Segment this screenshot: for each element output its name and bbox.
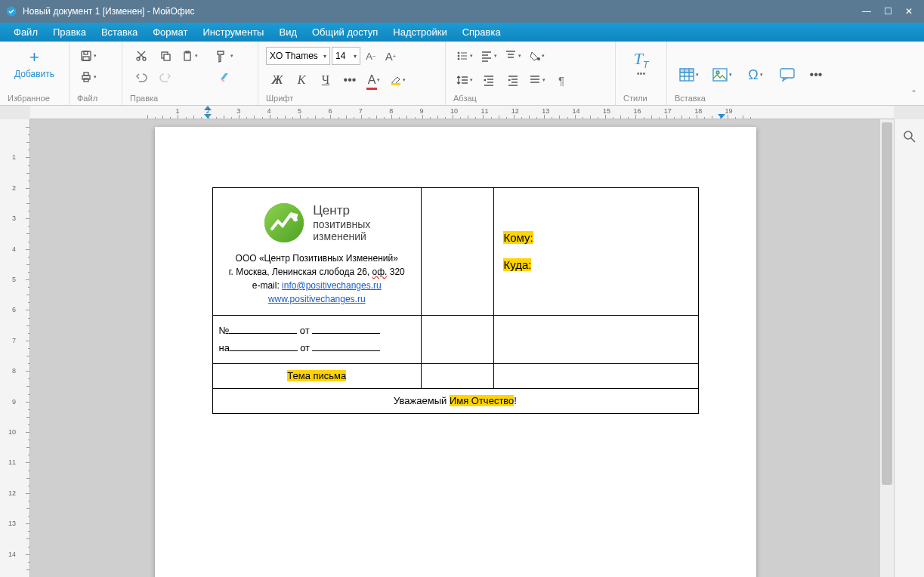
- highlight-button[interactable]: ▾: [387, 70, 409, 90]
- svg-rect-12: [391, 83, 400, 85]
- print-button[interactable]: ▾: [77, 67, 100, 87]
- maximize-button[interactable]: ☐: [882, 6, 894, 17]
- format-painter-button[interactable]: ▾: [213, 46, 236, 66]
- align-button[interactable]: ▾: [477, 46, 500, 66]
- increase-font-button[interactable]: A+: [382, 46, 400, 66]
- add-favorite-button[interactable]: + Добавить: [8, 46, 61, 82]
- more-font-button[interactable]: •••: [338, 70, 361, 90]
- company-logo: Центр позитивных изменений: [219, 202, 415, 244]
- ribbon-group-favorites: + Добавить Избранное: [0, 42, 70, 105]
- undo-button[interactable]: [130, 67, 153, 87]
- vertical-scrollbar[interactable]: [880, 119, 894, 577]
- ribbon-group-styles: TT ••• Стили: [616, 42, 667, 105]
- email-link[interactable]: info@positivechanges.ru: [282, 280, 382, 291]
- svg-point-15: [458, 58, 459, 60]
- website-link[interactable]: www.positivechanges.ru: [268, 294, 366, 304]
- clear-format-button[interactable]: [213, 67, 236, 87]
- svg-rect-21: [780, 69, 794, 78]
- insert-comment-button[interactable]: [774, 65, 800, 85]
- vertical-ruler[interactable]: 1234567891011121314: [0, 119, 30, 577]
- app-icon: [5, 5, 18, 18]
- ref-date-field[interactable]: [312, 341, 380, 351]
- scroll-thumb[interactable]: [882, 122, 892, 485]
- date-field[interactable]: [312, 323, 380, 334]
- ribbon-group-paragraph: ▾ ▾ ▾ ▾ ▾ ▾ ¶ Абзац: [446, 42, 616, 105]
- line-spacing-button[interactable]: ▾: [453, 70, 476, 90]
- menubar: Файл Правка Вставка Формат Инструменты В…: [0, 23, 924, 42]
- ribbon-group-file: ▾ ▾ Файл: [70, 42, 122, 105]
- subject-field[interactable]: Тема письма: [287, 370, 346, 381]
- insert-image-button[interactable]: ▾: [708, 65, 737, 85]
- font-size-combo[interactable]: 14▾: [332, 47, 360, 65]
- italic-button[interactable]: К: [290, 70, 313, 90]
- svg-rect-2: [83, 57, 89, 60]
- save-button[interactable]: ▾: [77, 46, 100, 66]
- titlebar: Новый документ 1 [Изменен] - МойОфис — ☐…: [0, 0, 924, 23]
- menu-file[interactable]: Файл: [6, 23, 45, 42]
- ribbon-group-insert: ▾ ▾ Ω▾ ••• Вставка: [667, 42, 924, 105]
- ref-field[interactable]: [230, 341, 298, 351]
- menu-tools[interactable]: Инструменты: [195, 23, 271, 42]
- page[interactable]: Центр позитивных изменений ООО «Центр По…: [155, 127, 756, 577]
- insert-symbol-button[interactable]: Ω▾: [741, 65, 770, 85]
- salutation[interactable]: Уважаемый Имя Отчество!: [212, 388, 698, 413]
- text-style-icon: TT: [634, 49, 649, 70]
- svg-point-16: [537, 57, 540, 60]
- bullets-button[interactable]: ▾: [453, 46, 476, 66]
- svg-point-14: [458, 55, 459, 57]
- underline-button[interactable]: Ч: [314, 70, 337, 90]
- svg-point-20: [716, 71, 719, 74]
- font-name-combo[interactable]: XO Thames▾: [266, 47, 330, 65]
- close-button[interactable]: ✕: [903, 6, 915, 17]
- insert-more-button[interactable]: •••: [805, 65, 827, 85]
- menu-share[interactable]: Общий доступ: [304, 23, 385, 42]
- paste-button[interactable]: ▾: [178, 46, 201, 66]
- indent-marker-right[interactable]: [718, 114, 725, 119]
- redo-button[interactable]: [154, 67, 177, 87]
- num-field[interactable]: [229, 323, 297, 334]
- menu-insert[interactable]: Вставка: [94, 23, 145, 42]
- company-info: ООО «Центр Позитивных Изменений» г. Моск…: [219, 251, 415, 306]
- field-to[interactable]: Кому:: [503, 231, 533, 244]
- menu-help[interactable]: Справка: [455, 23, 508, 42]
- decrease-font-button[interactable]: A−: [362, 46, 380, 66]
- window-controls: — ☐ ✕: [861, 6, 919, 17]
- field-where[interactable]: Куда:: [503, 258, 531, 271]
- ribbon-group-font: XO Thames▾ 14▾ A− A+ Ж К Ч ••• A▾ ▾ Шриф…: [258, 42, 446, 105]
- ribbon-group-edit: ▾ ▾ Правка: [122, 42, 258, 105]
- search-icon[interactable]: [898, 125, 921, 148]
- svg-rect-10: [184, 52, 190, 60]
- name-field: Имя Отчество: [450, 395, 514, 406]
- horizontal-ruler[interactable]: 12345678910111213141516171819: [30, 106, 894, 119]
- inc-indent-button[interactable]: [502, 70, 524, 90]
- menu-addons[interactable]: Надстройки: [385, 23, 454, 42]
- right-sidebar: [894, 119, 924, 577]
- pilcrow-button[interactable]: ¶: [550, 70, 573, 90]
- indent-split-button[interactable]: ▾: [526, 70, 549, 90]
- menu-format[interactable]: Формат: [145, 23, 195, 42]
- svg-rect-19: [713, 69, 727, 81]
- valign-button[interactable]: ▾: [502, 46, 524, 66]
- bold-button[interactable]: Ж: [266, 70, 289, 90]
- svg-rect-5: [84, 79, 88, 82]
- menu-edit[interactable]: Правка: [45, 23, 94, 42]
- font-color-button[interactable]: A▾: [363, 70, 385, 90]
- document-area[interactable]: Центр позитивных изменений ООО «Центр По…: [30, 119, 880, 577]
- letterhead-table[interactable]: Центр позитивных изменений ООО «Центр По…: [212, 187, 699, 414]
- dec-indent-button[interactable]: [477, 70, 500, 90]
- copy-button[interactable]: [154, 46, 177, 66]
- insert-table-button[interactable]: ▾: [675, 65, 703, 85]
- collapse-ribbon-button[interactable]: ˄: [911, 88, 916, 100]
- minimize-button[interactable]: —: [861, 6, 873, 17]
- add-favorite-label: Добавить: [14, 69, 54, 79]
- window-title: Новый документ 1 [Изменен] - МойОфис: [23, 6, 861, 17]
- menu-view[interactable]: Вид: [271, 23, 304, 42]
- svg-rect-9: [164, 54, 170, 60]
- svg-rect-1: [84, 51, 88, 54]
- plus-icon: +: [29, 49, 39, 66]
- cut-button[interactable]: [130, 46, 153, 66]
- fill-button[interactable]: ▾: [526, 46, 549, 66]
- logo-text: Центр позитивных изменений: [313, 203, 370, 242]
- ribbon: + Добавить Избранное ▾ ▾ Файл ▾: [0, 42, 924, 106]
- svg-rect-18: [680, 69, 694, 73]
